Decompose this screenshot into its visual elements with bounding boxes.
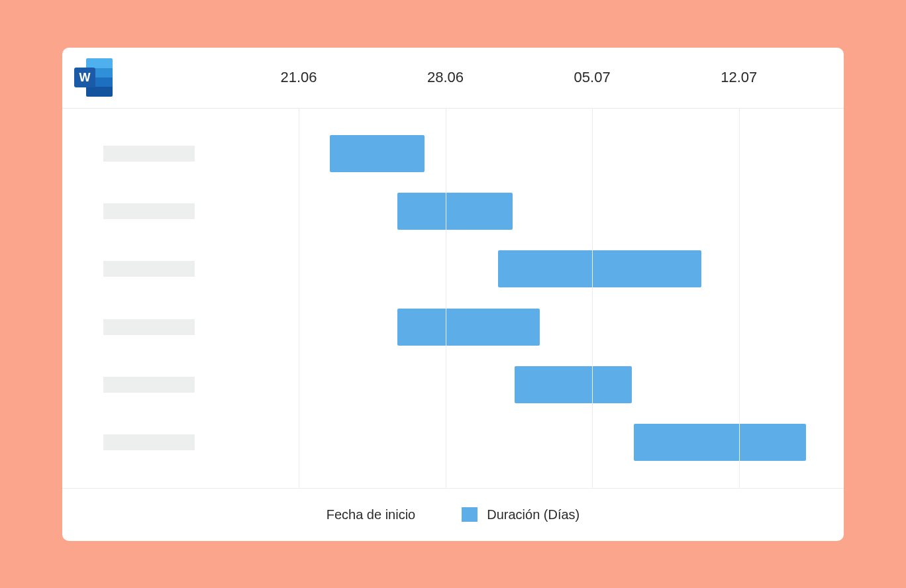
gantt-row (236, 193, 844, 230)
gantt-card: W 21.0628.0605.0712.07 Fecha de inicio D… (62, 48, 844, 541)
task-label-placeholder (103, 261, 195, 277)
grid-line (299, 109, 299, 488)
task-label-placeholder (103, 377, 195, 393)
task-label-placeholder (103, 203, 195, 219)
legend-duration: Duración (Días) (462, 507, 579, 522)
date-tick: 21.06 (280, 69, 317, 86)
date-axis: 21.0628.0605.0712.07 (62, 48, 844, 108)
date-tick: 05.07 (574, 69, 611, 86)
legend-start-date: Fecha de inicio (327, 507, 416, 522)
chart-legend: Fecha de inicio Duración (Días) (62, 488, 844, 541)
date-tick: 12.07 (721, 69, 757, 86)
gantt-bar (498, 250, 701, 287)
gantt-bar (330, 135, 424, 172)
grid-line (739, 109, 740, 488)
gantt-header: W 21.0628.0605.0712.07 (62, 48, 844, 109)
task-label-placeholder (103, 434, 195, 450)
timeline-area (236, 109, 844, 488)
gantt-row (236, 250, 844, 287)
gantt-bar (397, 309, 540, 346)
date-tick: 28.06 (427, 69, 464, 86)
gantt-row (236, 366, 844, 403)
gantt-bar (634, 424, 806, 461)
grid-line (446, 109, 446, 488)
task-label-placeholder (103, 146, 195, 162)
gantt-bar (515, 366, 632, 403)
gantt-row (236, 309, 844, 346)
task-label-column (62, 109, 236, 488)
grid-line (592, 109, 593, 488)
gantt-bar (397, 193, 513, 230)
task-label-placeholder (103, 319, 195, 335)
legend-duration-label: Duración (Días) (487, 507, 579, 522)
legend-swatch (462, 507, 478, 522)
gantt-row (236, 135, 844, 172)
legend-start-label: Fecha de inicio (327, 507, 416, 522)
chart-body (62, 109, 844, 488)
gantt-row (236, 424, 844, 461)
